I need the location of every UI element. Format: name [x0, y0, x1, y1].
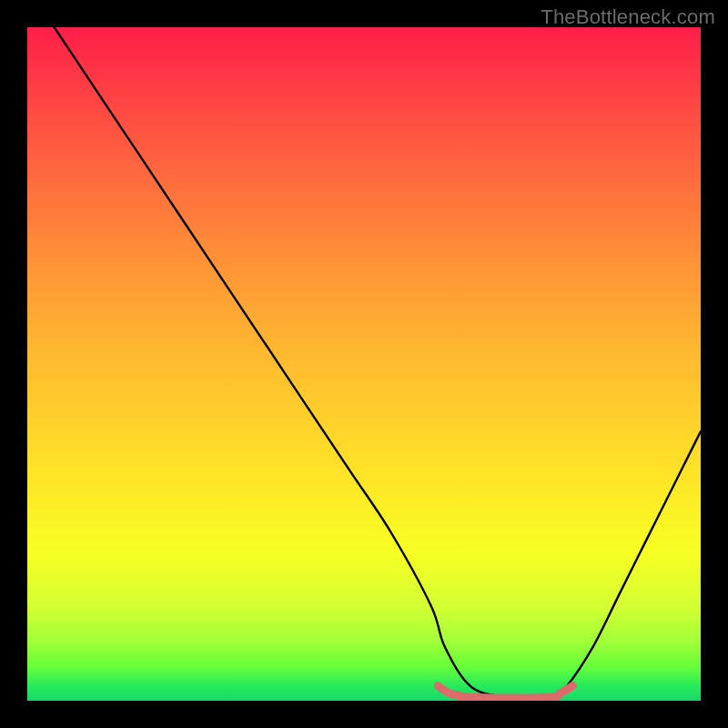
curve-layer: [27, 27, 701, 701]
watermark-text: TheBottleneck.com: [541, 5, 715, 29]
chart-frame: TheBottleneck.com: [0, 0, 728, 728]
plot-area: [27, 27, 701, 701]
bottom-highlight-curve: [438, 686, 572, 698]
main-curve: [55, 27, 701, 699]
